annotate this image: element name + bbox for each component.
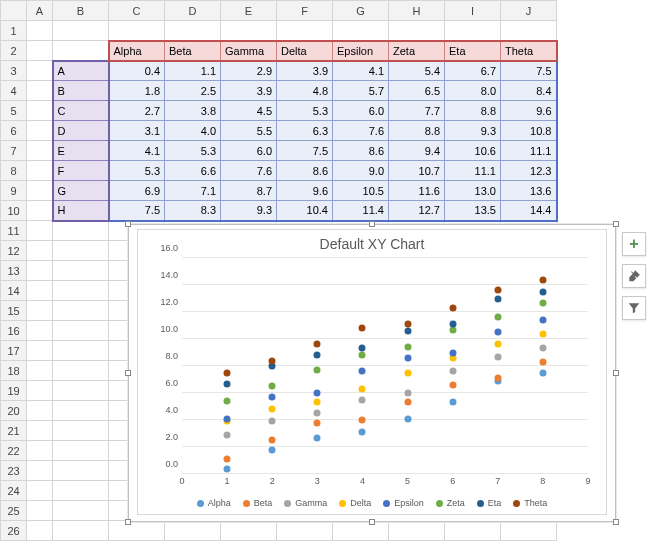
data-point[interactable] — [449, 304, 456, 311]
data-point[interactable] — [224, 369, 231, 376]
cell[interactable] — [53, 21, 109, 41]
row-header[interactable]: 7 — [1, 141, 27, 161]
data-point[interactable] — [359, 352, 366, 359]
cell[interactable] — [27, 481, 53, 501]
cell[interactable]: 2.5 — [165, 81, 221, 101]
data-point[interactable] — [359, 325, 366, 332]
cell[interactable] — [27, 521, 53, 541]
cell[interactable]: 8.7 — [221, 181, 277, 201]
cell[interactable] — [501, 21, 557, 41]
cell[interactable]: 9.0 — [333, 161, 389, 181]
legend-item[interactable]: Alpha — [197, 498, 231, 508]
cell[interactable]: 9.3 — [221, 201, 277, 221]
data-point[interactable] — [494, 287, 501, 294]
cell[interactable] — [53, 41, 109, 61]
cell[interactable]: 13.5 — [445, 201, 501, 221]
cell[interactable]: E — [53, 141, 109, 161]
data-point[interactable] — [539, 330, 546, 337]
cell[interactable]: 1.1 — [165, 61, 221, 81]
data-point[interactable] — [224, 398, 231, 405]
cell[interactable] — [27, 301, 53, 321]
data-point[interactable] — [404, 327, 411, 334]
cell[interactable] — [27, 381, 53, 401]
row-header[interactable]: 11 — [1, 221, 27, 241]
data-point[interactable] — [314, 419, 321, 426]
cell[interactable] — [501, 521, 557, 541]
row-header[interactable]: 18 — [1, 361, 27, 381]
cell[interactable] — [333, 21, 389, 41]
data-point[interactable] — [224, 431, 231, 438]
row-header[interactable]: 1 — [1, 21, 27, 41]
data-point[interactable] — [359, 368, 366, 375]
cell[interactable]: 6.0 — [221, 141, 277, 161]
cell[interactable]: H — [53, 201, 109, 221]
row-header[interactable]: 12 — [1, 241, 27, 261]
data-point[interactable] — [404, 321, 411, 328]
column-header[interactable]: I — [445, 1, 501, 21]
cell[interactable]: 10.7 — [389, 161, 445, 181]
row-header[interactable]: 25 — [1, 501, 27, 521]
cell[interactable] — [27, 501, 53, 521]
cell[interactable]: 1.8 — [109, 81, 165, 101]
row-header[interactable]: 4 — [1, 81, 27, 101]
cell[interactable] — [27, 361, 53, 381]
data-point[interactable] — [404, 369, 411, 376]
cell[interactable] — [53, 421, 109, 441]
cell[interactable] — [53, 301, 109, 321]
cell[interactable]: A — [53, 61, 109, 81]
cell[interactable]: 5.3 — [109, 161, 165, 181]
cell[interactable]: 7.5 — [109, 201, 165, 221]
cell[interactable]: 8.6 — [277, 161, 333, 181]
cell[interactable]: Alpha — [109, 41, 165, 61]
data-point[interactable] — [314, 341, 321, 348]
resize-handle[interactable] — [369, 519, 375, 525]
cell[interactable] — [221, 21, 277, 41]
column-header[interactable]: D — [165, 1, 221, 21]
data-point[interactable] — [359, 385, 366, 392]
cell[interactable]: 10.8 — [501, 121, 557, 141]
cell[interactable] — [389, 21, 445, 41]
cell[interactable]: 8.4 — [501, 81, 557, 101]
data-point[interactable] — [494, 314, 501, 321]
cell[interactable]: 11.1 — [501, 141, 557, 161]
data-point[interactable] — [314, 390, 321, 397]
data-point[interactable] — [269, 446, 276, 453]
cell[interactable]: Epsilon — [333, 41, 389, 61]
cell[interactable] — [27, 401, 53, 421]
cell[interactable] — [53, 261, 109, 281]
column-header[interactable]: F — [277, 1, 333, 21]
cell[interactable]: Gamma — [221, 41, 277, 61]
data-point[interactable] — [494, 341, 501, 348]
data-point[interactable] — [494, 329, 501, 336]
cell[interactable]: 8.3 — [165, 201, 221, 221]
cell[interactable]: 5.3 — [277, 101, 333, 121]
cell[interactable] — [445, 521, 501, 541]
cell[interactable] — [277, 521, 333, 541]
row-header[interactable]: 6 — [1, 121, 27, 141]
row-header[interactable]: 5 — [1, 101, 27, 121]
cell[interactable]: 4.5 — [221, 101, 277, 121]
cell[interactable]: 7.1 — [165, 181, 221, 201]
column-header[interactable]: B — [53, 1, 109, 21]
cell[interactable]: 9.4 — [389, 141, 445, 161]
cell[interactable]: 8.0 — [445, 81, 501, 101]
cell[interactable] — [27, 81, 53, 101]
cell[interactable] — [53, 221, 109, 241]
data-point[interactable] — [269, 437, 276, 444]
cell[interactable]: 10.4 — [277, 201, 333, 221]
column-header[interactable]: E — [221, 1, 277, 21]
data-point[interactable] — [224, 465, 231, 472]
row-header[interactable]: 2 — [1, 41, 27, 61]
legend-item[interactable]: Epsilon — [383, 498, 424, 508]
cell[interactable]: 3.8 — [165, 101, 221, 121]
legend-item[interactable]: Eta — [477, 498, 502, 508]
resize-handle[interactable] — [613, 370, 619, 376]
legend-item[interactable]: Delta — [339, 498, 371, 508]
column-header[interactable]: A — [27, 1, 53, 21]
column-header[interactable]: C — [109, 1, 165, 21]
cell[interactable]: 11.6 — [389, 181, 445, 201]
cell[interactable] — [277, 21, 333, 41]
cell[interactable]: 4.1 — [333, 61, 389, 81]
cell[interactable] — [53, 281, 109, 301]
cell[interactable]: B — [53, 81, 109, 101]
